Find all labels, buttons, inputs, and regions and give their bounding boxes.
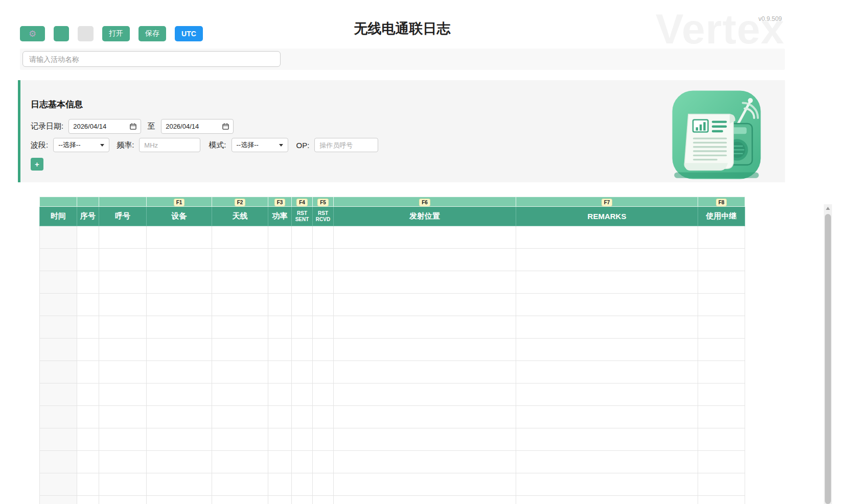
log-cell[interactable] xyxy=(313,451,334,473)
log-cell[interactable] xyxy=(698,226,745,249)
log-cell[interactable] xyxy=(212,496,268,504)
log-cell[interactable] xyxy=(698,406,745,428)
log-cell[interactable] xyxy=(212,473,268,496)
log-cell[interactable] xyxy=(516,496,698,504)
log-cell[interactable] xyxy=(147,226,212,249)
log-cell[interactable] xyxy=(292,496,313,504)
log-cell[interactable] xyxy=(292,383,313,406)
log-cell[interactable] xyxy=(212,294,268,316)
log-cell[interactable] xyxy=(147,451,212,473)
log-cell[interactable] xyxy=(698,383,745,406)
log-cell[interactable] xyxy=(77,406,99,428)
log-cell[interactable] xyxy=(212,339,268,361)
log-cell[interactable] xyxy=(77,271,99,294)
log-cell[interactable] xyxy=(40,496,77,504)
log-cell[interactable] xyxy=(334,271,516,294)
log-cell[interactable] xyxy=(268,406,292,428)
save-button[interactable]: 保存 xyxy=(138,26,166,41)
log-cell[interactable] xyxy=(212,316,268,339)
table-scrollbar[interactable] xyxy=(824,204,832,504)
log-cell[interactable] xyxy=(268,473,292,496)
log-cell[interactable] xyxy=(40,361,77,383)
activity-name-input[interactable] xyxy=(22,51,281,67)
log-cell[interactable] xyxy=(292,451,313,473)
log-cell[interactable] xyxy=(40,428,77,451)
log-cell[interactable] xyxy=(99,361,147,383)
log-cell[interactable] xyxy=(292,271,313,294)
log-cell[interactable] xyxy=(268,496,292,504)
log-cell[interactable] xyxy=(698,339,745,361)
gray-swatch-button[interactable] xyxy=(78,26,94,41)
log-cell[interactable] xyxy=(698,316,745,339)
log-cell[interactable] xyxy=(77,361,99,383)
log-cell[interactable] xyxy=(77,316,99,339)
log-cell[interactable] xyxy=(516,271,698,294)
log-cell[interactable] xyxy=(77,249,99,271)
log-cell[interactable] xyxy=(698,451,745,473)
log-cell[interactable] xyxy=(334,383,516,406)
log-cell[interactable] xyxy=(268,226,292,249)
log-cell[interactable] xyxy=(77,294,99,316)
log-cell[interactable] xyxy=(212,249,268,271)
log-cell[interactable] xyxy=(212,271,268,294)
log-cell[interactable] xyxy=(99,294,147,316)
log-cell[interactable] xyxy=(77,496,99,504)
operator-callsign-input[interactable] xyxy=(314,138,378,152)
scroll-up-button[interactable] xyxy=(824,204,832,212)
log-cell[interactable] xyxy=(268,249,292,271)
log-cell[interactable] xyxy=(147,249,212,271)
log-cell[interactable] xyxy=(698,271,745,294)
log-cell[interactable] xyxy=(516,294,698,316)
log-cell[interactable] xyxy=(147,406,212,428)
log-cell[interactable] xyxy=(99,428,147,451)
log-cell[interactable] xyxy=(77,339,99,361)
log-cell[interactable] xyxy=(334,361,516,383)
log-cell[interactable] xyxy=(268,316,292,339)
log-cell[interactable] xyxy=(40,473,77,496)
log-cell[interactable] xyxy=(77,383,99,406)
log-cell[interactable] xyxy=(292,361,313,383)
log-cell[interactable] xyxy=(313,249,334,271)
log-cell[interactable] xyxy=(698,294,745,316)
log-cell[interactable] xyxy=(268,339,292,361)
log-cell[interactable] xyxy=(334,249,516,271)
log-cell[interactable] xyxy=(99,226,147,249)
log-cell[interactable] xyxy=(147,361,212,383)
log-cell[interactable] xyxy=(212,383,268,406)
log-cell[interactable] xyxy=(212,361,268,383)
frequency-input[interactable] xyxy=(139,138,200,152)
date-to-input[interactable]: 2026/04/14 xyxy=(161,119,234,134)
log-cell[interactable] xyxy=(698,249,745,271)
log-cell[interactable] xyxy=(516,428,698,451)
log-cell[interactable] xyxy=(40,451,77,473)
log-cell[interactable] xyxy=(147,316,212,339)
log-cell[interactable] xyxy=(292,473,313,496)
log-cell[interactable] xyxy=(212,428,268,451)
log-cell[interactable] xyxy=(147,271,212,294)
log-cell[interactable] xyxy=(313,339,334,361)
log-cell[interactable] xyxy=(516,383,698,406)
log-cell[interactable] xyxy=(313,226,334,249)
log-cell[interactable] xyxy=(268,361,292,383)
log-cell[interactable] xyxy=(313,383,334,406)
log-cell[interactable] xyxy=(99,316,147,339)
band-select[interactable]: --选择-- xyxy=(53,138,109,152)
log-cell[interactable] xyxy=(147,294,212,316)
scrollbar-thumb[interactable] xyxy=(825,214,831,504)
log-cell[interactable] xyxy=(147,428,212,451)
log-cell[interactable] xyxy=(334,451,516,473)
mode-select[interactable]: --选择-- xyxy=(232,138,288,152)
log-cell[interactable] xyxy=(77,428,99,451)
log-cell[interactable] xyxy=(40,383,77,406)
log-cell[interactable] xyxy=(516,406,698,428)
log-cell[interactable] xyxy=(698,428,745,451)
log-cell[interactable] xyxy=(334,294,516,316)
log-cell[interactable] xyxy=(212,226,268,249)
log-cell[interactable] xyxy=(40,316,77,339)
log-cell[interactable] xyxy=(516,339,698,361)
log-cell[interactable] xyxy=(99,383,147,406)
log-cell[interactable] xyxy=(334,473,516,496)
log-cell[interactable] xyxy=(77,226,99,249)
log-cell[interactable] xyxy=(313,271,334,294)
log-cell[interactable] xyxy=(334,428,516,451)
